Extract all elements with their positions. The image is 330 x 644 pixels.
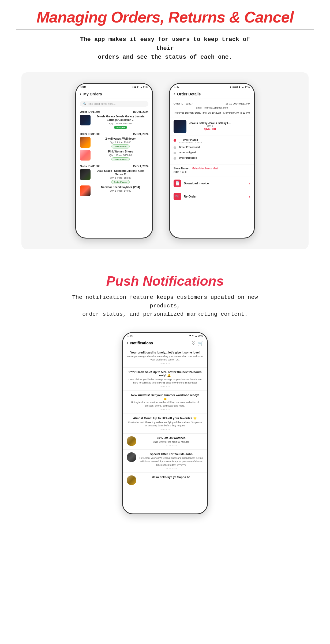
back-arrow-left[interactable]: ‹ (80, 92, 81, 96)
order-item-shoes: Pink Women Shoes Qty: 1 Price: $300.00 O… (80, 150, 148, 161)
status-order-placed-2: Order Placed (111, 157, 130, 161)
notification-7: deko deko kya ye Sapna he (123, 473, 207, 488)
notif-body-2: Don't blink or you'll miss it! Huge savi… (127, 378, 203, 385)
notif-title-2: ???? Flash Sale! Up to 50% off for the n… (127, 370, 203, 377)
order-item-vases: 2 wall vases, Wall decor Qty: 1 Price: $… (80, 137, 148, 148)
notif-body-1: We've got new goodies that are calling y… (127, 355, 203, 362)
notification-1: Your credit card is lonely... let's give… (123, 348, 207, 368)
search-icon: 🔍 (83, 102, 86, 105)
timeline-dot-3 (174, 152, 176, 154)
back-arrow-right[interactable]: ‹ (174, 92, 175, 96)
order-group-11805: Order ID #11805 15 Oct, 2024 Dead Space … (76, 163, 152, 198)
timeline-item-4: Order Delivered (174, 157, 250, 160)
back-arrow-notif[interactable]: ‹ (127, 341, 128, 345)
order-id: Order ID #11807 (80, 110, 100, 113)
phones-container: 1:19 ▮▮▮ ᯤ ▲ 71% ‹ My Orders 🔍 Find orde… (21, 72, 309, 249)
item-qty-price-shoes: Qty: 1 Price: $300.00 (93, 154, 148, 157)
action-btn-left-2: 🛒 Re-Order (174, 193, 197, 200)
order-product: Jewels Galaxy Jewels Galaxy L... Qty: 1 … (170, 117, 254, 136)
detail-delivery: Preferred Delivery Date/Time: 20-10-2024… (174, 111, 250, 115)
store-row-1: Store Name : Metro Merchants Mart (174, 167, 250, 170)
notif-body-6: Hey John, your cart's feeling lonely and… (139, 456, 203, 467)
order-id-row-2: Order ID #11806 15 Oct, 2024 (80, 133, 148, 136)
order-item-nfs: Need for Speed Payback (PS4) Qty: 1 Pric… (80, 185, 148, 196)
product-name: Jewels Galaxy Jewels Galaxy L... (189, 122, 231, 125)
item-qty-price-xbox: Qty: 1 Price: $60.00 (93, 177, 148, 179)
notif-avatar-watch (127, 436, 136, 446)
store-name-label: Store Name : (174, 167, 190, 170)
status-order-placed-1: Order Placed (111, 144, 130, 148)
timeline-label-3: Order Shipped (179, 151, 196, 154)
detail-email: Email - infinitie1@gmail.com (174, 106, 250, 110)
item-qty-price-vases: Qty: 1 Price: $20.00 (93, 141, 148, 144)
reorder-btn[interactable]: 🛒 Re-Order › (170, 190, 254, 203)
item-image-jewelry (80, 115, 91, 125)
notification-3: New Arrivals! Get your summer wardrobe r… (123, 391, 207, 414)
notification-4: Almost Gone! Up to 50% off your favorite… (123, 414, 207, 434)
chevron-invoice: › (249, 181, 250, 185)
status-icons-notif: ▮▮ ᯤ ▲ 70% (189, 334, 203, 337)
timeline-label-1: Order Placed 15-10-2024 01:11:33pm (179, 139, 202, 144)
order-id-row-3: Order ID #11805 15 Oct, 2024 (80, 165, 148, 168)
product-qty: Qty: 1 (189, 125, 231, 127)
status-icons-right: ▮▮ 8.31 ᯤ ▲ 71% (230, 86, 250, 88)
search-bar[interactable]: 🔍 Find order items here... (80, 101, 148, 107)
time-notif: 1:24 (127, 334, 133, 337)
phone-screen-right: ‹ Order Details Order ID - 11807 15-10-2… (170, 90, 254, 236)
section-managing-orders: Managing Orders, Returns & Cancel The ap… (0, 0, 330, 260)
timeline-item-3: Order Shipped (174, 151, 250, 154)
title-divider (16, 29, 314, 30)
order-group-11806: Order ID #11806 15 Oct, 2024 2 wall vase… (76, 131, 152, 163)
status-shipped: Shipped (114, 126, 127, 129)
item-image-vases (80, 137, 91, 148)
chevron-reorder: › (249, 194, 250, 199)
notif-title-4: Almost Gone! Up to 50% off your favorite… (127, 416, 203, 420)
invoice-icon: 📄 (174, 180, 181, 187)
order-product-image (174, 120, 186, 133)
order-product-details: Jewels Galaxy Jewels Galaxy L... Qty: 1 … (189, 122, 231, 131)
item-details-nfs: Need for Speed Payback (PS4) Qty: 1 Pric… (93, 185, 148, 192)
order-date-2: 15 Oct, 2024 (133, 133, 148, 136)
notif-body-5: Valid Only for the Next 60 Minutes (139, 440, 203, 444)
detail-order-id: Order ID - 11807 (174, 102, 193, 106)
order-id-2: Order ID #11806 (80, 133, 100, 136)
notif-date-1: 15-01-2024 (127, 362, 203, 365)
phone-screen-left: ‹ My Orders 🔍 Find order items here... O… (76, 90, 152, 236)
order-id-3: Order ID #11805 (80, 165, 100, 168)
timeline-item-2: Order Proccessed (174, 146, 250, 149)
item-details-xbox: Dead Space | Standard Edition | Xbox Ser… (93, 169, 148, 184)
store-row-2: OTP : null (174, 171, 250, 174)
status-icons-left: ▮▮▮ ᯤ ▲ 71% (132, 86, 148, 88)
timeline-dot-2 (174, 146, 176, 149)
product-price: $643.00 (189, 127, 231, 131)
timeline-item-1: Order Placed 15-10-2024 01:11:33pm (174, 139, 250, 144)
order-group-11807: Order ID #11807 15 Oct, 2024 Jewels Gala… (76, 109, 152, 131)
item-name-xbox: Dead Space | Standard Edition | Xbox Ser… (93, 169, 148, 176)
heart-icon[interactable]: ♡ (192, 341, 195, 346)
notif-avatar-7 (127, 475, 136, 485)
notification-2: ???? Flash Sale! Up to 50% off for the n… (123, 368, 207, 391)
push-notifications-subtitle: The notification feature keeps customers… (63, 293, 267, 319)
phone-right: 1:17 ▮▮ 8.31 ᯤ ▲ 71% ‹ Order Details Ord… (169, 83, 255, 239)
notif-header-icons: ♡ 🛒 (192, 341, 203, 346)
cart-icon[interactable]: 🛒 (198, 341, 203, 346)
item-qty-price-nfs: Qty: 1 Price: $49.00 (93, 189, 148, 192)
search-placeholder: Find order items here... (88, 102, 115, 105)
main-title: Managing Orders, Returns & Cancel (16, 8, 314, 26)
timeline-dot-4 (174, 157, 176, 160)
push-notifications-title: Push Notifications (16, 273, 314, 289)
download-invoice-btn[interactable]: 📄 Download Invoice › (170, 177, 254, 190)
section-push-notifications: Push Notifications The notification feat… (0, 260, 330, 525)
order-detail-meta: Order ID - 11807 15-10-2024 01:11 PM Ema… (170, 99, 254, 117)
order-item-xbox: Dead Space | Standard Edition | Xbox Ser… (80, 169, 148, 184)
order-item: Jewels Galaxy Jewels Galaxy Luxuria Earr… (80, 115, 148, 129)
detail-date-time: 15-10-2024 01:11 PM (226, 102, 250, 106)
status-bar-notif: 1:24 ▮▮ ᯤ ▲ 70% (123, 333, 207, 338)
notif-avatar-content-6: Special Offer For You Mr. John Hey John,… (139, 452, 203, 470)
time-left: 1:19 (80, 85, 86, 88)
notif-avatar-content-5: 60% Off On Watches Valid Only for the Ne… (139, 436, 203, 447)
order-timeline: Order Placed 15-10-2024 01:11:33pm Order… (170, 136, 254, 165)
item-details: Jewels Galaxy Jewels Galaxy Luxuria Earr… (93, 115, 148, 129)
order-details-header: ‹ Order Details (170, 90, 254, 99)
item-image-xbox (80, 169, 91, 180)
